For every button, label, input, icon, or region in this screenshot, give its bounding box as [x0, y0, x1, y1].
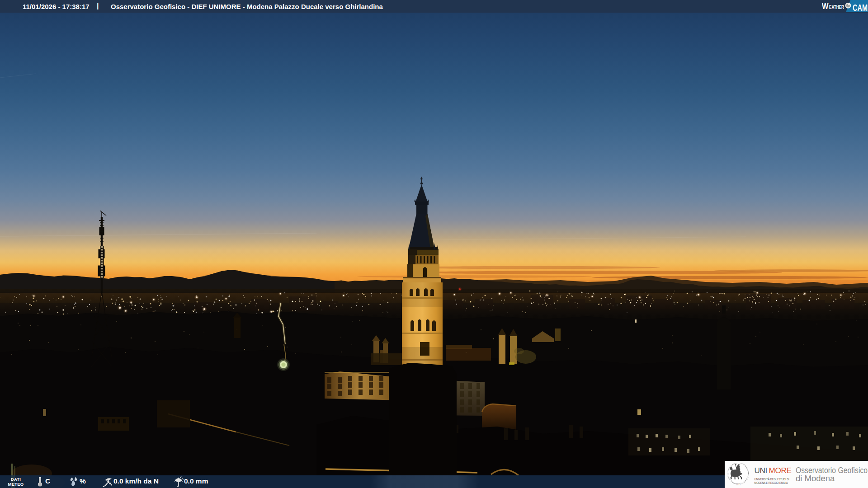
svg-text:W: W: [822, 2, 829, 11]
svg-text:MODENA E REGGIO EMILIA: MODENA E REGGIO EMILIA: [755, 481, 788, 485]
svg-text:UNI: UNI: [755, 466, 767, 475]
svg-text:EATHER: EATHER: [829, 4, 844, 10]
svg-text:CAM: CAM: [853, 3, 868, 13]
svg-text:di Modena: di Modena: [796, 474, 835, 483]
svg-text:MORE: MORE: [769, 466, 792, 475]
svg-text:1175: 1175: [736, 483, 741, 486]
